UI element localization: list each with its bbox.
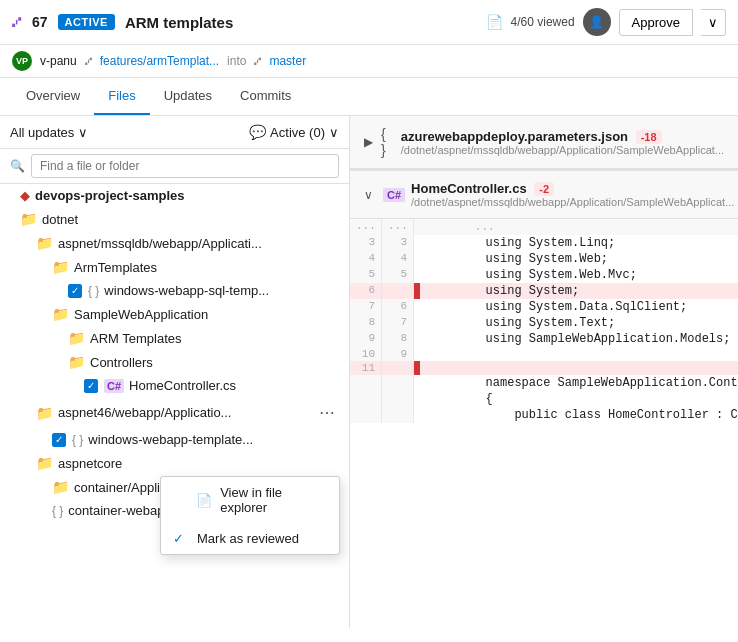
tree-item-aspnet[interactable]: 📁 aspnet/mssqldb/webapp/Applicati... [0,231,349,255]
filter-bar: All updates ∨ 💬 Active (0) ∨ [0,116,349,149]
line-num-old: 11 [350,361,382,375]
tree-item-arm-templates[interactable]: 📁 ARM Templates [0,326,349,350]
context-menu-label: View in file explorer [220,485,327,515]
pr-icon: ⑇ [12,13,22,31]
line-num-old [350,391,382,407]
tree-item-dotnet[interactable]: 📁 dotnet [0,207,349,231]
pr-title: ARM templates [125,14,233,31]
folder-icon: 📁 [20,211,37,227]
tree-item-label: aspnet/mssqldb/webapp/Applicati... [58,236,262,251]
chevron-down-icon: ∨ [364,188,373,202]
line-num-new: 6 [382,299,414,315]
tree-item-label: aspnet46/webapp/Applicatio... [58,405,231,420]
active-chevron: ∨ [329,125,339,140]
tree-item-homecontroller[interactable]: ✓ C# HomeController.cs [0,374,349,397]
approve-button[interactable]: Approve [619,9,693,36]
line-content [420,347,738,361]
viewed-count: 4/60 viewed [511,15,575,29]
line-num-old: ... [350,219,382,235]
line-num-new: 5 [382,267,414,283]
left-panel: All updates ∨ 💬 Active (0) ∨ 🔍 ◆ devops-… [0,116,350,628]
tree-item-windows-webapp-sql[interactable]: ✓ { } windows-webapp-sql-temp... [0,279,349,302]
file-info-cs: HomeController.cs -2 /dotnet/aspnet/mssq… [411,181,734,208]
active-badge: ACTIVE [58,14,115,30]
line-content: ... [414,219,738,235]
folder-icon: 📁 [52,259,69,275]
folder-icon: 📁 [68,354,85,370]
line-num-new [382,391,414,407]
header: ⑇ 67 ACTIVE ARM templates 📄 4/60 viewed … [0,0,738,45]
line-num-old: 10 [350,347,382,361]
search-box: 🔍 [0,149,349,184]
ellipsis-button[interactable]: ⋯ [313,401,341,424]
context-menu-item-reviewed[interactable]: ✓ Mark as reviewed [161,523,339,554]
line-num-old [350,407,382,423]
diff-row-9: 9 8 using SampleWebApplication.Models; [350,331,738,347]
file-section-cs: ∨ C# HomeController.cs -2 /dotnet/aspnet… [350,170,738,423]
context-menu-icon: 📄 [196,493,212,508]
tab-overview[interactable]: Overview [12,78,94,115]
active-filter-button[interactable]: 💬 Active (0) ∨ [249,124,339,140]
tab-commits[interactable]: Commits [226,78,305,115]
tree-item-armtemplates[interactable]: 📁 ArmTemplates [0,255,349,279]
diff-row-6-removed: 6 using System; [350,283,738,299]
folder-icon: 📁 [52,479,69,495]
diff-row-namespace: namespace SampleWebApplication.Contro... [350,375,738,391]
context-menu-label: Mark as reviewed [197,531,299,546]
tree-item-controllers[interactable]: 📁 Controllers [0,350,349,374]
diff-badge-json: -18 [636,130,662,144]
tab-updates[interactable]: Updates [150,78,226,115]
tree-item-windows-webapp-template[interactable]: ✓ { } windows-webapp-template... [0,428,349,451]
tab-files[interactable]: Files [94,78,149,115]
diff-row-5: 5 5 using System.Web.Mvc; [350,267,738,283]
reviewed-checkbox[interactable]: ✓ [84,379,98,393]
line-num-new: 8 [382,331,414,347]
line-num-new [382,407,414,423]
line-num-new: 7 [382,315,414,331]
line-num-old: 6 [350,283,382,299]
json-file-icon: { } [52,504,63,518]
tree-item-samplewebapp[interactable]: 📁 SampleWebApplication [0,302,349,326]
username: v-panu [40,54,77,68]
line-num-old: 5 [350,267,382,283]
diff-row-7: 7 6 using System.Data.SqlClient; [350,299,738,315]
tree-item-aspnet46[interactable]: 📁 aspnet46/webapp/Applicatio... ⋯ [0,397,349,428]
reviewed-checkbox[interactable]: ✓ [68,284,82,298]
source-branch[interactable]: features/armTemplat... [100,54,219,68]
right-panel: ▶ { } azurewebappdeploy.parameters.json … [350,116,738,628]
tree-item-repo[interactable]: ◆ devops-project-samples [0,184,349,207]
approve-chevron-button[interactable]: ∨ [701,9,726,36]
search-input[interactable] [31,154,339,178]
line-num-old: 8 [350,315,382,331]
file-section-json: ▶ { } azurewebappdeploy.parameters.json … [350,116,738,170]
comment-icon: 💬 [249,124,266,140]
diff-row-3: 3 3 using System.Linq; [350,235,738,251]
line-content: { [420,391,738,407]
line-content: public class HomeController : Co... [420,407,738,423]
tabs: Overview Files Updates Commits [0,78,738,116]
all-updates-button[interactable]: All updates ∨ [10,125,88,140]
diff-badge-cs: -2 [534,182,554,196]
line-num-new: 3 [382,235,414,251]
folder-icon: 📁 [36,235,53,251]
json-file-icon: { } [88,284,99,298]
target-branch[interactable]: master [269,54,306,68]
file-header-cs[interactable]: ∨ C# HomeController.cs -2 /dotnet/aspnet… [350,170,738,219]
diff-row-8: 8 7 using System.Text; [350,315,738,331]
line-content: using System.Web; [420,251,738,267]
file-header-json[interactable]: ▶ { } azurewebappdeploy.parameters.json … [350,116,738,169]
branch-icon: ⑇ [85,54,92,68]
folder-icon: 📁 [36,405,53,421]
main: All updates ∨ 💬 Active (0) ∨ 🔍 ◆ devops-… [0,116,738,628]
reviewed-checkbox[interactable]: ✓ [52,433,66,447]
code-diff: ... ... ... 3 3 using System.Linq; 4 4 [350,219,738,423]
line-content: using System.Data.SqlClient; [420,299,738,315]
tree-item-aspnetcore[interactable]: 📁 aspnetcore [0,451,349,475]
line-content: using System.Text; [420,315,738,331]
context-menu-item-explorer[interactable]: 📄 View in file explorer [161,477,339,523]
diff-row-10: 10 9 [350,347,738,361]
repo-name: devops-project-samples [35,188,185,203]
line-num-old [350,375,382,391]
search-icon: 🔍 [10,159,25,173]
tree-item-label: windows-webapp-sql-temp... [104,283,269,298]
